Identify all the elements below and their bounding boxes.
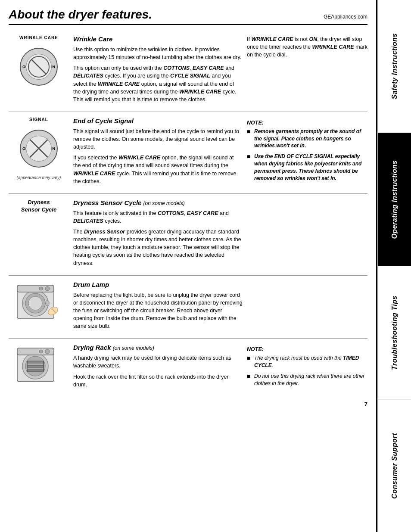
end-of-cycle-right: NOTE: ■ Remove garments promptly at the … bbox=[247, 117, 367, 188]
end-of-cycle-left: SIGNAL OFF ON (appearance may vary) bbox=[9, 117, 69, 188]
website-url: GEAppliances.com bbox=[324, 14, 367, 20]
svg-rect-15 bbox=[27, 361, 44, 363]
note-item-2: ■ Use the END OF CYCLE SIGNAL especially… bbox=[247, 153, 367, 182]
svg-point-7 bbox=[45, 286, 50, 291]
appearance-note: (appearance may vary) bbox=[17, 175, 61, 180]
dryness-sensor-left: DrynessSensor Cycle bbox=[9, 199, 69, 270]
dryness-sensor-title: Dryness Sensor Cycle (on some models) bbox=[73, 199, 243, 206]
wrinkle-care-p1: Use this option to minimize the wrinkles… bbox=[73, 46, 243, 61]
note-text-1: Remove garments promptly at the sound of… bbox=[254, 128, 367, 149]
dial-inner-circle bbox=[26, 54, 52, 80]
rack-note-text-2: Do not use this drying rack when there a… bbox=[254, 373, 367, 387]
right-sidebar: Safety Instructions Operating Instructio… bbox=[377, 0, 411, 532]
wrinkle-care-section: WRINKLE CARE OFF ON bbox=[9, 30, 367, 112]
page-title: About the dryer features. GEAppliances.c… bbox=[9, 8, 367, 25]
drying-rack-left bbox=[9, 344, 69, 392]
svg-rect-16 bbox=[27, 365, 44, 367]
drying-rack-right: NOTE: ■ The drying rack must be used wit… bbox=[247, 344, 367, 392]
end-of-cycle-notes: NOTE: ■ Remove garments promptly at the … bbox=[247, 120, 367, 182]
bullet-1: ■ bbox=[247, 128, 252, 136]
rack-note-1: ■ The drying rack must be used with the … bbox=[247, 355, 367, 369]
drying-rack-middle: Drying Rack (on some models) A handy dry… bbox=[73, 344, 243, 392]
drum-lamp-title: Drum Lamp bbox=[73, 281, 243, 288]
svg-rect-9 bbox=[46, 301, 49, 306]
dryness-p2: The Dryness Sensor provides greater dryi… bbox=[73, 228, 243, 267]
dryness-sensor-right bbox=[247, 199, 367, 270]
svg-point-8 bbox=[39, 287, 43, 290]
bullet-4: ■ bbox=[247, 372, 252, 381]
rack-some-models: (on some models) bbox=[113, 345, 154, 351]
dial-symbol-svg bbox=[27, 55, 51, 79]
wrinkle-care-right: If WRINKLE CARE is not ON, the dryer wil… bbox=[247, 35, 367, 106]
drying-rack-p1: A handy drying rack may be used for dryi… bbox=[73, 354, 243, 370]
rack-note-2: ■ Do not use this drying rack when there… bbox=[247, 373, 367, 387]
dryness-p1: This feature is only activated in the CO… bbox=[73, 209, 243, 225]
drum-lamp-left bbox=[9, 281, 69, 333]
svg-line-1 bbox=[31, 59, 46, 74]
svg-point-21 bbox=[45, 349, 50, 354]
note-label-2: NOTE: bbox=[247, 346, 367, 352]
end-of-cycle-section: SIGNAL OFF ON (appearance may vary) End … bbox=[9, 112, 367, 194]
sidebar-safety: Safety Instructions bbox=[378, 0, 411, 133]
sidebar-operating: Operating Instructions bbox=[378, 133, 411, 266]
drying-rack-section: Drying Rack (on some models) A handy dry… bbox=[9, 339, 367, 397]
dryness-some-models: (on some models) bbox=[143, 200, 185, 206]
dryness-sensor-section: DrynessSensor Cycle Dryness Sensor Cycle… bbox=[9, 194, 367, 276]
end-of-cycle-title: End of Cycle Signal bbox=[73, 117, 243, 124]
sidebar-troubleshooting-label: Troubleshooting Tips bbox=[391, 292, 399, 373]
signal-label: SIGNAL bbox=[29, 117, 48, 122]
sidebar-consumer: Consumer Support bbox=[378, 399, 411, 532]
svg-rect-17 bbox=[27, 370, 44, 372]
sidebar-consumer-label: Consumer Support bbox=[391, 429, 399, 502]
bullet-3: ■ bbox=[247, 354, 252, 363]
end-of-cycle-p1: This signal will sound just before the e… bbox=[73, 128, 243, 151]
drum-lamp-section: Drum Lamp Before replacing the light bul… bbox=[9, 276, 367, 339]
drum-lamp-right bbox=[247, 281, 367, 333]
drying-rack-title: Drying Rack (on some models) bbox=[73, 344, 243, 351]
note-label-1: NOTE: bbox=[247, 120, 367, 126]
signal-dial-inner bbox=[26, 136, 52, 162]
drying-rack-p2: Hook the rack over the lint filter so th… bbox=[73, 373, 243, 389]
wrinkle-care-dial: OFF ON bbox=[17, 45, 60, 88]
wrinkle-care-note: If WRINKLE CARE is not ON, the dryer wil… bbox=[247, 35, 367, 59]
rack-note-text-1: The drying rack must be used with the TI… bbox=[254, 355, 367, 369]
drum-lamp-middle: Drum Lamp Before replacing the light bul… bbox=[73, 281, 243, 333]
svg-point-5 bbox=[28, 296, 42, 310]
end-of-cycle-middle: End of Cycle Signal This signal will sou… bbox=[73, 117, 243, 188]
dryness-label: DrynessSensor Cycle bbox=[21, 199, 56, 214]
note-item-1: ■ Remove garments promptly at the sound … bbox=[247, 128, 367, 149]
page-number: 7 bbox=[9, 401, 367, 408]
rack-illustration bbox=[15, 344, 62, 385]
note-text-2: Use the END OF CYCLE SIGNAL especially w… bbox=[254, 153, 367, 182]
sidebar-operating-label: Operating Instructions bbox=[391, 157, 399, 243]
sidebar-safety-label: Safety Instructions bbox=[391, 30, 399, 103]
drum-lamp-p1: Before replacing the light bulb, be sure… bbox=[73, 291, 243, 330]
dryer-illustration bbox=[15, 281, 62, 322]
wrinkle-care-title: Wrinkle Care bbox=[73, 35, 243, 43]
bullet-2: ■ bbox=[247, 152, 252, 161]
wrinkle-care-label: WRINKLE CARE bbox=[19, 35, 58, 40]
dryness-sensor-middle: Dryness Sensor Cycle (on some models) Th… bbox=[73, 199, 243, 270]
title-text: About the dryer features. bbox=[9, 8, 152, 22]
end-of-cycle-p2: If you selected the WRINKLE CARE option,… bbox=[73, 154, 243, 185]
sidebar-troubleshooting: Troubleshooting Tips bbox=[378, 266, 411, 399]
wrinkle-care-p2: This option can only be used with the CO… bbox=[73, 64, 243, 103]
drying-rack-notes: NOTE: ■ The drying rack must be used wit… bbox=[247, 346, 367, 387]
signal-dial: OFF ON bbox=[17, 127, 60, 170]
dial-outer-ring: OFF ON bbox=[20, 48, 58, 86]
wrinkle-care-left: WRINKLE CARE OFF ON bbox=[9, 35, 69, 106]
svg-point-22 bbox=[39, 350, 43, 353]
signal-dial-outer: OFF ON bbox=[20, 130, 58, 168]
wrinkle-care-middle: Wrinkle Care Use this option to minimize… bbox=[73, 35, 243, 106]
